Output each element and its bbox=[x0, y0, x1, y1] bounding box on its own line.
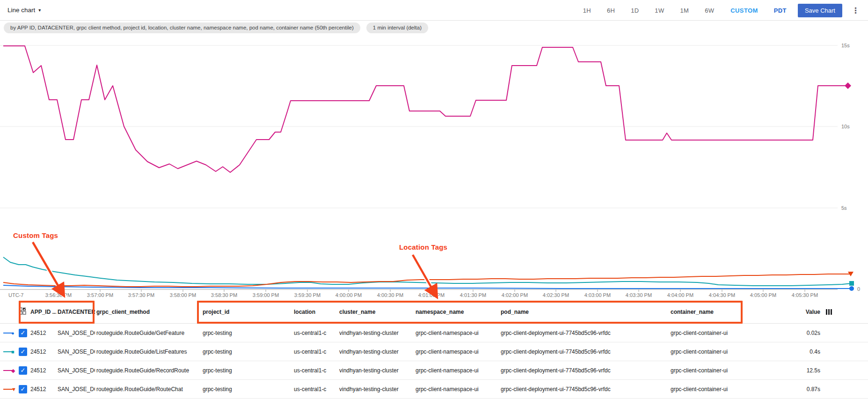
cell-cluster_name: vindhyan-testing-cluster bbox=[338, 367, 414, 374]
cell-datacenter: SAN_JOSE_DC bbox=[56, 367, 95, 374]
series-visibility-checkbox[interactable]: ✓ bbox=[19, 329, 27, 337]
interval-chip[interactable]: 1 min interval (delta) bbox=[366, 22, 428, 33]
series-visibility-checkbox[interactable]: ✓ bbox=[19, 385, 27, 393]
series-visibility-checkbox[interactable]: ✓ bbox=[19, 348, 27, 356]
column-header-namespace_name[interactable]: namespace_name bbox=[414, 309, 499, 315]
x-tick-label: 4:02:30 PM bbox=[543, 292, 569, 298]
series-line bbox=[3, 46, 848, 172]
y-tick-label: 10s bbox=[841, 124, 850, 129]
cell-value: 12.5s bbox=[753, 367, 821, 374]
x-tick-label: 3:58:30 PM bbox=[211, 292, 237, 298]
cell-grpc_client_method: routeguide.RouteGuide/RouteChat bbox=[95, 386, 201, 393]
table-row: ■✓24512SAN_JOSE_DCrouteguide.RouteGuide/… bbox=[0, 342, 868, 361]
x-tick-label: 4:03:30 PM bbox=[626, 292, 652, 298]
x-tick-label: 4:05:30 PM bbox=[792, 292, 818, 298]
time-range-button-1d[interactable]: 1D bbox=[623, 7, 647, 14]
x-tick-label: 4:03:00 PM bbox=[584, 292, 611, 298]
cell-pod_name: grpc-client-deployment-ui-7745bd5c96-vrf… bbox=[499, 367, 669, 374]
column-header-project_id[interactable]: project_id bbox=[201, 309, 292, 315]
time-range-button-1m[interactable]: 1M bbox=[672, 7, 697, 14]
x-tick-label: 4:00:30 PM bbox=[377, 292, 403, 298]
table-row: ◆✓24512SAN_JOSE_DCrouteguide.RouteGuide/… bbox=[0, 361, 868, 380]
series-end-marker-circle bbox=[849, 286, 854, 291]
y-tick-label: 15s bbox=[841, 43, 850, 48]
cell-grpc_client_method: routeguide.RouteGuide/ListFeatures bbox=[95, 348, 201, 355]
x-tick-label: 4:02:00 PM bbox=[502, 292, 528, 298]
table-header-row: APP_ID ...DATACENTER ...grpc_client_meth… bbox=[0, 300, 868, 324]
cell-app_id: 24512 bbox=[29, 330, 56, 336]
cell-datacenter: SAN_JOSE_DC bbox=[56, 386, 95, 393]
chart-type-label: Line chart bbox=[7, 7, 35, 14]
cell-namespace_name: grpc-client-namespace-ui bbox=[414, 367, 499, 374]
column-header-grpc_client_method[interactable]: grpc_client_method bbox=[95, 309, 201, 315]
cell-project_id: grpc-testing bbox=[201, 330, 292, 336]
time-range-button-custom[interactable]: CUSTOM bbox=[722, 7, 766, 14]
series-breakdown-table: APP_ID ...DATACENTER ...grpc_client_meth… bbox=[0, 300, 868, 399]
cell-value: 0.02s bbox=[753, 330, 821, 336]
cell-value: 0.87s bbox=[753, 386, 821, 393]
cell-datacenter: SAN_JOSE_DC bbox=[56, 348, 95, 355]
column-settings-icon[interactable] bbox=[826, 309, 832, 315]
x-tick-label: 4:00:00 PM bbox=[336, 292, 362, 298]
time-range-controls: 1H6H1D1W1M6W CUSTOM PDT Save Chart ⋮ bbox=[575, 0, 863, 21]
table-row: ●✓24512SAN_JOSE_DCrouteguide.RouteGuide/… bbox=[0, 324, 868, 342]
time-range-button-6h[interactable]: 6H bbox=[599, 7, 623, 14]
timeseries-chart[interactable]: 15s10s5s03:56:30 PM3:57:00 PM3:57:30 PM3… bbox=[0, 0, 868, 300]
time-range-button-1w[interactable]: 1W bbox=[647, 7, 672, 14]
cell-app_id: 24512 bbox=[29, 386, 56, 393]
time-range-button-1h[interactable]: 1H bbox=[575, 7, 599, 14]
timezone-button[interactable]: PDT bbox=[766, 7, 794, 14]
column-header-container_name[interactable]: container_name bbox=[669, 309, 753, 315]
cell-namespace_name: grpc-client-namespace-ui bbox=[414, 386, 499, 393]
location-tags-annotation: Location Tags bbox=[399, 243, 447, 251]
column-header-cluster_name[interactable]: cluster_name bbox=[338, 309, 414, 315]
overflow-menu-icon[interactable]: ⋮ bbox=[848, 6, 863, 15]
cell-location: us-central1-c bbox=[292, 348, 338, 355]
chevron-down-icon: ▾ bbox=[38, 7, 41, 13]
cell-container_name: grpc-client-container-ui bbox=[669, 367, 753, 374]
cell-location: us-central1-c bbox=[292, 386, 338, 393]
cell-pod_name: grpc-client-deployment-ui-7745bd5c96-vrf… bbox=[499, 386, 669, 393]
y-tick-label: 0 bbox=[857, 286, 860, 292]
series-key-marker: ● bbox=[11, 330, 15, 336]
cell-container_name: grpc-client-container-ui bbox=[669, 386, 753, 393]
series-end-marker-square bbox=[849, 281, 854, 286]
cell-pod_name: grpc-client-deployment-ui-7745bd5c96-vrf… bbox=[499, 330, 669, 336]
custom-tags-annotation: Custom Tags bbox=[13, 231, 58, 239]
cell-project_id: grpc-testing bbox=[201, 367, 292, 374]
column-header-app_id[interactable]: APP_ID ... bbox=[29, 309, 56, 315]
cell-app_id: 24512 bbox=[29, 367, 56, 374]
series-visibility-checkbox[interactable]: ✓ bbox=[19, 366, 27, 375]
series-key-marker: ◆ bbox=[11, 368, 15, 373]
column-header-pod_name[interactable]: pod_name bbox=[499, 309, 669, 315]
cell-pod_name: grpc-client-deployment-ui-7745bd5c96-vrf… bbox=[499, 348, 669, 355]
table-row: ▼✓24512SAN_JOSE_DCrouteguide.RouteGuide/… bbox=[0, 380, 868, 399]
group-by-chip[interactable]: by APP ID, DATACENTER, grpc client metho… bbox=[4, 22, 360, 33]
cell-cluster_name: vindhyan-testing-cluster bbox=[338, 386, 414, 393]
x-tick-label: 4:05:00 PM bbox=[750, 292, 776, 298]
chart-toolbar: Line chart ▾ 1H6H1D1W1M6W CUSTOM PDT Sav… bbox=[0, 0, 868, 21]
cell-location: us-central1-c bbox=[292, 330, 338, 336]
cell-datacenter: SAN_JOSE_DC bbox=[56, 330, 95, 336]
series-line bbox=[3, 257, 852, 286]
time-range-button-6w[interactable]: 6W bbox=[697, 7, 722, 14]
cell-grpc_client_method: routeguide.RouteGuide/GetFeature bbox=[95, 330, 201, 336]
cell-namespace_name: grpc-client-namespace-ui bbox=[414, 348, 499, 355]
select-all-series-icon[interactable] bbox=[19, 307, 26, 315]
filter-chip-bar: by APP ID, DATACENTER, grpc client metho… bbox=[0, 22, 868, 34]
series-end-marker-diamond bbox=[845, 82, 851, 89]
cell-app_id: 24512 bbox=[29, 348, 56, 355]
cell-project_id: grpc-testing bbox=[201, 386, 292, 393]
cell-location: us-central1-c bbox=[292, 367, 338, 374]
save-chart-button[interactable]: Save Chart bbox=[798, 4, 842, 17]
x-tick-label: 3:59:30 PM bbox=[294, 292, 321, 298]
column-header-location[interactable]: location bbox=[292, 309, 338, 315]
x-tick-label: 3:58:00 PM bbox=[170, 292, 196, 298]
x-tick-label: 4:01:30 PM bbox=[460, 292, 486, 298]
x-tick-label: 3:57:30 PM bbox=[128, 292, 154, 298]
x-tick-label: 3:59:00 PM bbox=[253, 292, 279, 298]
timezone-axis-label: UTC-7 bbox=[8, 292, 23, 298]
chart-type-dropdown[interactable]: Line chart ▾ bbox=[7, 7, 41, 14]
column-header-value[interactable]: Value bbox=[753, 309, 821, 315]
column-header-datacenter[interactable]: DATACENTER ... bbox=[56, 309, 95, 315]
